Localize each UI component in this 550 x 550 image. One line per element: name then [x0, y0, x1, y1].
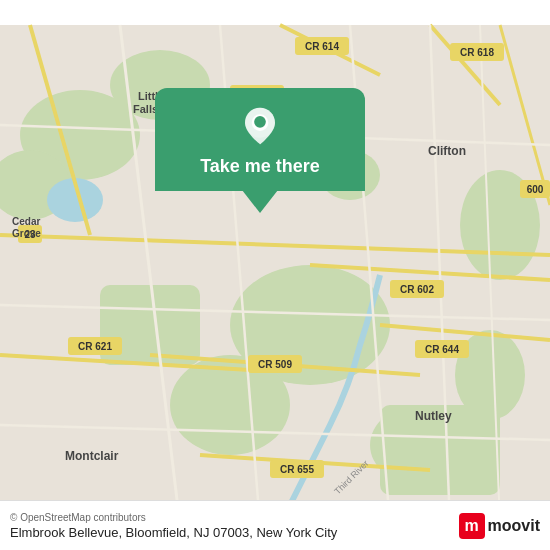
take-me-there-button[interactable]: Take me there [200, 156, 320, 177]
svg-text:CR 621: CR 621 [78, 341, 112, 352]
bottom-left-info: © OpenStreetMap contributors Elmbrook Be… [10, 512, 451, 540]
svg-text:CR 602: CR 602 [400, 284, 434, 295]
osm-credit: © OpenStreetMap contributors [10, 512, 451, 523]
svg-text:Montclair: Montclair [65, 449, 119, 463]
moovit-logo-icon: m [459, 513, 485, 539]
svg-text:CR 644: CR 644 [425, 344, 459, 355]
svg-text:Clifton: Clifton [428, 144, 466, 158]
svg-point-61 [254, 116, 266, 128]
svg-text:CR 618: CR 618 [460, 47, 494, 58]
svg-text:Grove: Grove [12, 228, 41, 239]
map-background: CR 614 CR 618 CR 621 23 CR 621 CR 602 CR… [0, 0, 550, 550]
popup-card: Take me there [155, 88, 365, 191]
location-text: Elmbrook Bellevue, Bloomfield, NJ 07003,… [10, 525, 451, 540]
svg-text:CR 509: CR 509 [258, 359, 292, 370]
bottom-info-bar: © OpenStreetMap contributors Elmbrook Be… [0, 500, 550, 550]
svg-text:CR 614: CR 614 [305, 41, 339, 52]
svg-text:Nutley: Nutley [415, 409, 452, 423]
moovit-logo-text: moovit [488, 517, 540, 535]
map-container: CR 614 CR 618 CR 621 23 CR 621 CR 602 CR… [0, 0, 550, 550]
svg-text:CR 655: CR 655 [280, 464, 314, 475]
svg-text:600: 600 [527, 184, 544, 195]
svg-text:Cedar: Cedar [12, 216, 40, 227]
moovit-logo: m moovit [459, 513, 540, 539]
location-pin-icon [240, 106, 280, 146]
